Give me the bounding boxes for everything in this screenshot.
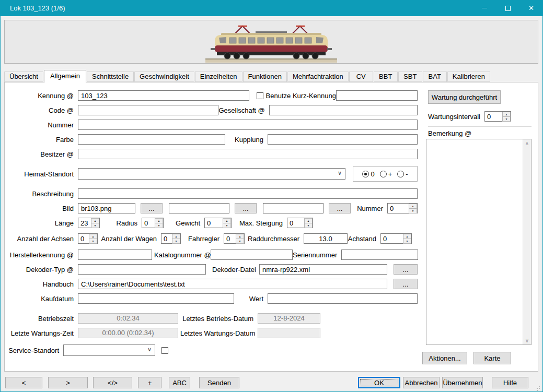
abc-button[interactable]: ABC — [169, 377, 190, 388]
previous-lok-button[interactable]: < — [5, 377, 42, 388]
bemerkung-scrollbar[interactable]: ∧ ∨ — [523, 139, 531, 345]
karte-button[interactable]: Karte — [473, 352, 511, 364]
tab-funktionen[interactable]: Funktionen — [243, 72, 287, 82]
spin-down-icon[interactable]: ▼ — [172, 239, 180, 244]
radius-input[interactable] — [142, 218, 155, 228]
tab-einzelheiten[interactable]: Einzelheiten — [195, 72, 242, 82]
maximize-button[interactable] — [496, 0, 519, 16]
uebernehmen-button[interactable]: Übernehmen — [442, 377, 483, 388]
kennung-input[interactable] — [78, 90, 249, 101]
polarity-radio-plus[interactable] — [380, 171, 387, 177]
tab-schnittstelle[interactable]: Schnittstelle — [87, 72, 134, 82]
wartung-durchgefuehrt-button[interactable]: Wartung durchgeführt — [428, 90, 501, 104]
tab-geschwindigkeit[interactable]: Geschwindigkeit — [134, 72, 194, 82]
polarity-radio-minus[interactable] — [397, 171, 404, 177]
tab-uebersicht[interactable]: Übersicht — [4, 72, 43, 82]
spin-down-icon[interactable]: ▼ — [304, 223, 313, 228]
senden-button[interactable]: Senden — [199, 377, 239, 388]
bild1-input[interactable] — [78, 203, 135, 213]
kaufdatum-input[interactable] — [78, 293, 234, 304]
spin-up-icon[interactable]: ▲ — [89, 234, 97, 239]
spin-down-icon[interactable]: ▼ — [403, 239, 411, 244]
bild3-input[interactable] — [263, 203, 324, 213]
farbe-input[interactable] — [78, 134, 225, 145]
gesellschaft-input[interactable] — [269, 105, 418, 115]
beschreibung-input[interactable] — [78, 188, 418, 199]
kupplung-input[interactable] — [268, 134, 418, 145]
abbrechen-button[interactable]: Abbrechen — [403, 377, 440, 388]
wert-input[interactable] — [268, 293, 418, 304]
spin-down-icon[interactable]: ▼ — [223, 223, 231, 228]
next-lok-button[interactable]: > — [48, 377, 88, 388]
dekoder-typ-input[interactable] — [78, 264, 206, 275]
scroll-down-icon[interactable]: ∨ — [525, 338, 529, 343]
laenge-label: Länge — [6, 219, 74, 227]
achstand-input[interactable] — [381, 234, 403, 243]
bild2-browse-button[interactable]: ... — [235, 203, 257, 213]
katalognummer-input[interactable] — [211, 250, 293, 260]
bild2-input[interactable] — [169, 203, 229, 213]
spin-up-icon[interactable]: ▲ — [155, 218, 163, 223]
resize-grip[interactable] — [535, 384, 540, 389]
laenge-input[interactable] — [78, 218, 91, 228]
spin-down-icon[interactable]: ▼ — [236, 239, 244, 244]
spin-up-icon[interactable]: ▲ — [409, 204, 417, 209]
spin-up-icon[interactable]: ▲ — [172, 234, 180, 239]
close-button[interactable]: ✕ — [519, 0, 543, 16]
aktionen-button[interactable]: Aktionen... — [422, 352, 467, 364]
tab-kalibrieren[interactable]: Kalibrieren — [447, 72, 490, 82]
max-steigung-input[interactable] — [287, 218, 304, 228]
handbuch-browse-button[interactable]: ... — [394, 279, 418, 289]
add-button[interactable]: + — [138, 377, 161, 388]
tab-allgemein[interactable]: Allgemein — [44, 70, 86, 83]
spin-down-icon[interactable]: ▼ — [502, 117, 511, 122]
kurz-kennung-input[interactable] — [336, 90, 418, 101]
fahrregler-input[interactable] — [224, 234, 236, 243]
spin-up-icon[interactable]: ▲ — [502, 112, 511, 117]
spin-up-icon[interactable]: ▲ — [91, 218, 99, 223]
code-toggle-button[interactable]: </> — [93, 377, 132, 388]
dekoder-datei-input[interactable] — [259, 264, 387, 275]
bemerkung-label: Bemerkung @ — [428, 129, 471, 137]
dekoder-datei-browse-button[interactable]: ... — [394, 264, 418, 275]
spin-down-icon[interactable]: ▼ — [91, 223, 99, 228]
handbuch-input[interactable] — [78, 279, 387, 289]
heimat-standort-combobox[interactable]: ∨ — [78, 168, 345, 180]
anzahl-wagen-input[interactable] — [161, 234, 172, 243]
tab-bbt[interactable]: BBT — [374, 72, 398, 82]
service-standort-checkbox[interactable] — [161, 347, 168, 354]
tab-cv[interactable]: CV — [349, 72, 373, 82]
letztes-betriebs-datum-value: 12-8-2024 — [258, 313, 320, 324]
hilfe-button[interactable]: Hilfe — [492, 377, 528, 388]
besitzer-input[interactable] — [78, 149, 418, 159]
kurz-kennung-checkbox[interactable] — [257, 92, 263, 99]
raddurchmesser-input[interactable] — [304, 233, 348, 244]
spin-down-icon[interactable]: ▼ — [89, 239, 97, 244]
tab-sbt[interactable]: SBT — [398, 72, 422, 82]
anzahl-achsen-input[interactable] — [78, 234, 89, 243]
spin-down-icon[interactable]: ▼ — [155, 223, 163, 228]
minimize-button[interactable] — [472, 0, 496, 16]
bild3-browse-button[interactable]: ... — [329, 203, 351, 213]
spin-up-icon[interactable]: ▲ — [403, 234, 411, 239]
bild1-browse-button[interactable]: ... — [141, 203, 163, 213]
ok-button[interactable]: OK — [358, 377, 400, 388]
spin-up-icon[interactable]: ▲ — [223, 218, 231, 223]
tab-mehrfachtraktion[interactable]: Mehrfachtraktion — [287, 72, 349, 82]
code-input[interactable] — [78, 105, 218, 115]
bild-nummer-input[interactable] — [388, 204, 409, 213]
gewicht-input[interactable] — [205, 218, 223, 228]
bemerkung-textarea[interactable] — [426, 139, 523, 345]
seriennummer-input[interactable] — [341, 250, 418, 260]
spin-up-icon[interactable]: ▲ — [304, 218, 313, 223]
spin-down-icon[interactable]: ▼ — [409, 209, 417, 213]
herstellerkennung-input[interactable] — [78, 250, 152, 260]
polarity-radio-0[interactable] — [362, 171, 369, 177]
scroll-up-icon[interactable]: ∧ — [525, 140, 529, 146]
service-standort-combobox[interactable]: ∨ — [63, 345, 155, 356]
wartungsintervall-input[interactable] — [485, 112, 502, 121]
letztes-betriebs-datum-label: Letztes Betriebs-Datum — [180, 315, 253, 323]
tab-bat[interactable]: BAT — [423, 72, 447, 82]
nummer-input[interactable] — [78, 120, 418, 130]
spin-up-icon[interactable]: ▲ — [236, 234, 244, 239]
